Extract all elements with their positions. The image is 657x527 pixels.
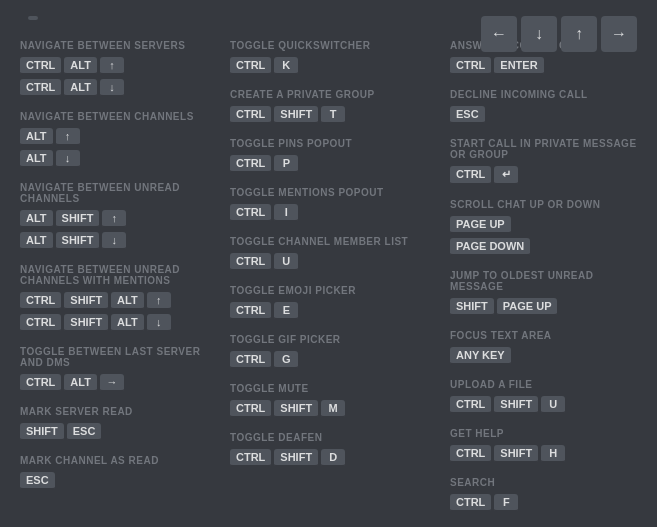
key-0-2-0-2: ↑: [102, 210, 126, 228]
key-0-3-0-2: ALT: [111, 292, 144, 310]
section-1-7: TOGGLE MUTECTRLSHIFTM: [230, 383, 440, 418]
key-2-4-0-1: PAGE UP: [497, 298, 558, 316]
keys-row-2-8-0: CTRLF: [450, 494, 637, 512]
keys-row-0-0-1: CTRLALT↓: [20, 79, 220, 97]
key-0-2-1-2: ↓: [102, 232, 126, 250]
section-2-6: UPLOAD A FILECTRLSHIFTU: [450, 379, 637, 414]
key-2-2-0-1: ↵: [494, 166, 518, 185]
key-1-0-0-0: CTRL: [230, 57, 271, 75]
section-title-1-2: TOGGLE PINS POPOUT: [230, 138, 440, 149]
key-2-7-0-2: H: [541, 445, 565, 463]
section-title-2-6: UPLOAD A FILE: [450, 379, 637, 390]
section-title-1-3: TOGGLE MENTIONS POPOUT: [230, 187, 440, 198]
key-0-3-0-0: CTRL: [20, 292, 61, 310]
keys-row-1-7-0: CTRLSHIFTM: [230, 400, 440, 418]
section-title-2-3: SCROLL CHAT UP OR DOWN: [450, 199, 637, 210]
section-title-0-5: MARK SERVER READ: [20, 406, 220, 417]
key-0-2-1-1: SHIFT: [56, 232, 100, 250]
key-2-0-0-0: CTRL: [450, 57, 491, 75]
key-1-8-0-0: CTRL: [230, 449, 271, 467]
keys-row-0-1-1: ALT↓: [20, 150, 220, 168]
key-1-3-0-0: CTRL: [230, 204, 271, 222]
keys-row-1-8-0: CTRLSHIFTD: [230, 449, 440, 467]
key-0-1-1-1: ↓: [56, 150, 80, 168]
column-0: NAVIGATE BETWEEN SERVERSCTRLALT↑CTRLALT↓…: [20, 40, 220, 526]
keys-row-2-1-0: ESC: [450, 106, 637, 124]
key-0-2-0-1: SHIFT: [56, 210, 100, 228]
section-title-1-0: TOGGLE QUICKSWITCHER: [230, 40, 440, 51]
section-title-2-7: GET HELP: [450, 428, 637, 439]
keys-row-0-5-0: SHIFTESC: [20, 423, 220, 441]
section-title-0-4: TOGGLE BETWEEN LAST SERVER AND DMS: [20, 346, 220, 368]
key-0-3-0-3: ↑: [147, 292, 171, 310]
section-0-0: NAVIGATE BETWEEN SERVERSCTRLALT↑CTRLALT↓: [20, 40, 220, 97]
arrow-btn-3[interactable]: →: [601, 16, 637, 52]
section-1-2: TOGGLE PINS POPOUTCTRLP: [230, 138, 440, 173]
key-1-1-0-0: CTRL: [230, 106, 271, 124]
key-0-2-1-0: ALT: [20, 232, 53, 250]
key-2-3-0-0: PAGE UP: [450, 216, 511, 234]
column-1: TOGGLE QUICKSWITCHERCTRLKCREATE A PRIVAT…: [230, 40, 440, 526]
column-2: ANSWER INCOMING CALLCTRLENTERDECLINE INC…: [450, 40, 637, 526]
keys-row-2-6-0: CTRLSHIFTU: [450, 396, 637, 414]
keys-row-0-3-1: CTRLSHIFTALT↓: [20, 314, 220, 332]
key-1-1-0-1: SHIFT: [274, 106, 318, 124]
keys-row-0-4-0: CTRLALT→: [20, 374, 220, 392]
key-1-7-0-1: SHIFT: [274, 400, 318, 418]
key-2-1-0-0: ESC: [450, 106, 485, 124]
keys-row-1-3-0: CTRLI: [230, 204, 440, 222]
key-1-7-0-2: M: [321, 400, 345, 418]
section-2-1: DECLINE INCOMING CALLESC: [450, 89, 637, 124]
keys-row-1-6-0: CTRLG: [230, 351, 440, 369]
key-1-6-0-0: CTRL: [230, 351, 271, 369]
section-1-3: TOGGLE MENTIONS POPOUTCTRLI: [230, 187, 440, 222]
keys-row-2-4-0: SHIFTPAGE UP: [450, 298, 637, 316]
section-2-7: GET HELPCTRLSHIFTH: [450, 428, 637, 463]
section-title-2-4: JUMP TO OLDEST UNREAD MESSAGE: [450, 270, 637, 292]
key-2-5-0-0: ANY KEY: [450, 347, 511, 365]
keys-row-1-2-0: CTRLP: [230, 155, 440, 173]
key-2-8-0-0: CTRL: [450, 494, 491, 512]
key-1-5-0-1: E: [274, 302, 298, 320]
arrow-btn-1[interactable]: ↓: [521, 16, 557, 52]
section-2-4: JUMP TO OLDEST UNREAD MESSAGESHIFTPAGE U…: [450, 270, 637, 316]
section-title-0-6: MARK CHANNEL AS READ: [20, 455, 220, 466]
key-1-8-0-1: SHIFT: [274, 449, 318, 467]
section-title-1-1: CREATE A PRIVATE GROUP: [230, 89, 440, 100]
section-1-1: CREATE A PRIVATE GROUPCTRLSHIFTT: [230, 89, 440, 124]
keys-row-2-5-0: ANY KEY: [450, 347, 637, 365]
key-0-0-0-0: CTRL: [20, 57, 61, 75]
key-0-0-0-2: ↑: [100, 57, 124, 75]
key-0-4-0-0: CTRL: [20, 374, 61, 392]
section-title-1-5: TOGGLE EMOJI PICKER: [230, 285, 440, 296]
key-1-4-0-1: U: [274, 253, 298, 271]
section-0-6: MARK CHANNEL AS READESC: [20, 455, 220, 490]
keys-row-0-2-0: ALTSHIFT↑: [20, 210, 220, 228]
key-0-3-1-3: ↓: [147, 314, 171, 332]
key-2-4-0-0: SHIFT: [450, 298, 494, 316]
arrow-btn-2[interactable]: ↑: [561, 16, 597, 52]
key-2-6-0-0: CTRL: [450, 396, 491, 414]
keys-row-1-0-0: CTRLK: [230, 57, 440, 75]
key-0-1-0-0: ALT: [20, 128, 53, 146]
key-0-4-0-2: →: [100, 374, 124, 392]
section-title-1-7: TOGGLE MUTE: [230, 383, 440, 394]
keys-row-0-0-0: CTRLALT↑: [20, 57, 220, 75]
section-0-3: NAVIGATE BETWEEN UNREAD CHANNELS WITH ME…: [20, 264, 220, 332]
arrow-btn-0[interactable]: ←: [481, 16, 517, 52]
keys-row-2-3-0: PAGE UP: [450, 216, 637, 234]
section-title-2-2: START CALL IN PRIVATE MESSAGE OR GROUP: [450, 138, 637, 160]
keys-row-2-2-0: CTRL↵: [450, 166, 637, 185]
key-0-5-0-1: ESC: [67, 423, 102, 441]
key-0-0-1-0: CTRL: [20, 79, 61, 97]
key-1-2-0-1: P: [274, 155, 298, 173]
key-2-7-0-0: CTRL: [450, 445, 491, 463]
section-0-2: NAVIGATE BETWEEN UNREAD CHANNELSALTSHIFT…: [20, 182, 220, 250]
section-title-0-2: NAVIGATE BETWEEN UNREAD CHANNELS: [20, 182, 220, 204]
section-2-3: SCROLL CHAT UP OR DOWNPAGE UPPAGE DOWN: [450, 199, 637, 256]
key-0-2-0-0: ALT: [20, 210, 53, 228]
key-0-3-1-2: ALT: [111, 314, 144, 332]
section-0-1: NAVIGATE BETWEEN CHANNELSALT↑ALT↓: [20, 111, 220, 168]
section-1-6: TOGGLE GIF PICKERCTRLG: [230, 334, 440, 369]
key-2-8-0-1: F: [494, 494, 518, 512]
